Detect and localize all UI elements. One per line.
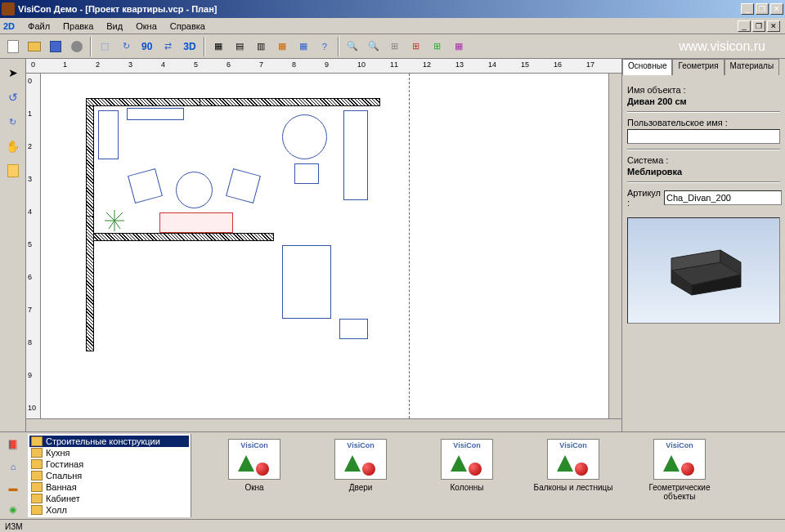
zoom-out-button[interactable]: 🔍 xyxy=(364,37,384,56)
furniture-sofa-selected[interactable] xyxy=(159,212,233,233)
tool-icon: ▥ xyxy=(257,41,265,51)
folder-icon xyxy=(31,505,43,515)
lib-item-windows[interactable]: VisiCon Окна xyxy=(209,439,299,492)
grid-icon: ▦ xyxy=(278,41,286,51)
tree-tool-d[interactable]: ◉ xyxy=(2,501,24,520)
redo-tool[interactable]: ↻ xyxy=(2,111,24,132)
close-button[interactable]: ✕ xyxy=(770,3,783,15)
save-button[interactable] xyxy=(46,37,65,56)
page-tool[interactable] xyxy=(2,160,24,181)
vertical-scrollbar[interactable] xyxy=(608,74,621,418)
tree-tool-c[interactable]: ▬ xyxy=(2,479,24,498)
tree-tool-b[interactable]: ⌂ xyxy=(2,458,24,476)
maximize-button[interactable]: ❐ xyxy=(756,3,769,15)
menu-view[interactable]: Вид xyxy=(100,20,129,33)
furniture-table[interactable] xyxy=(176,172,213,208)
snap-button[interactable]: ⊞ xyxy=(385,37,405,56)
furniture-plant[interactable] xyxy=(102,208,127,233)
user-name-label: Пользовательское имя : xyxy=(627,118,780,127)
horizontal-scrollbar[interactable] xyxy=(26,418,621,431)
select-tool-button[interactable]: ⬚ xyxy=(95,37,114,56)
article-input[interactable] xyxy=(664,190,782,205)
window-title: VisiCon Демо - [Проект квартиры.vcp - Пл… xyxy=(18,4,741,14)
ruler-tick: 10 xyxy=(357,60,366,69)
toolbar-separator xyxy=(204,37,205,56)
tool-c-button[interactable]: ▥ xyxy=(251,37,271,56)
lib-item-columns[interactable]: VisiCon Колонны xyxy=(422,439,512,492)
rotate-tool-button[interactable]: ↻ xyxy=(116,37,136,56)
furniture-bed[interactable] xyxy=(282,245,331,319)
folder-icon xyxy=(31,459,43,469)
tree-item-construction[interactable]: Строительные конструкции xyxy=(29,436,189,447)
tool-b-button[interactable]: ▤ xyxy=(230,37,249,56)
furniture-chair[interactable] xyxy=(226,168,261,203)
tree-item-office[interactable]: Кабинет xyxy=(29,493,189,504)
tab-geometry[interactable]: Геометрия xyxy=(672,59,724,75)
lib-thumb: VisiCon xyxy=(334,439,387,480)
tree-item-bathroom[interactable]: Ванная xyxy=(29,481,189,493)
mdi-minimize-button[interactable]: _ xyxy=(738,20,751,32)
tree-item-livingroom[interactable]: Гостиная xyxy=(29,458,189,470)
flip-button[interactable]: ⇄ xyxy=(158,37,177,56)
lib-item-balconies[interactable]: VisiCon Балконы и лестницы xyxy=(528,439,618,492)
menu-file[interactable]: Файл xyxy=(21,20,56,33)
statusbar: ИЗМ xyxy=(0,519,785,532)
tree-item-hall[interactable]: Холл xyxy=(29,504,189,516)
ruler-tick: 8 xyxy=(292,60,296,69)
guide-line xyxy=(409,74,410,418)
tool-a-button[interactable]: ▦ xyxy=(209,37,228,56)
ruler-tick: 4 xyxy=(28,208,32,216)
lib-item-geometry[interactable]: VisiCon Геометрические объекты xyxy=(635,439,724,501)
tree-tool-a[interactable]: 📕 xyxy=(2,436,24,454)
lib-item-doors[interactable]: VisiCon Двери xyxy=(316,439,406,492)
tool-icon: ▤ xyxy=(236,41,244,51)
user-name-input[interactable] xyxy=(627,129,780,144)
menu-edit[interactable]: Правка xyxy=(56,20,100,33)
menu-windows[interactable]: Окна xyxy=(129,20,164,33)
snap2-button[interactable]: ⊞ xyxy=(406,37,426,56)
tree-item-label: Гостиная xyxy=(46,459,83,469)
preview-3d[interactable] xyxy=(627,217,780,324)
orbit-tool[interactable]: ↺ xyxy=(2,87,24,108)
snap3-button[interactable]: ⊞ xyxy=(428,37,447,56)
ruler-tick: 13 xyxy=(455,60,464,69)
tree-item-bedroom[interactable]: Спальня xyxy=(29,470,189,481)
grid-button[interactable]: ▦ xyxy=(272,37,292,56)
furniture-cabinet[interactable] xyxy=(98,110,119,159)
minimize-button[interactable]: _ xyxy=(741,3,754,15)
furniture-chair[interactable] xyxy=(294,163,319,184)
open-button[interactable] xyxy=(25,37,44,56)
zoom-in-button[interactable]: 🔍 xyxy=(343,37,362,56)
tab-main[interactable]: Основные xyxy=(622,59,672,75)
wall[interactable] xyxy=(86,98,94,217)
cursor-tool[interactable]: ➤ xyxy=(2,62,24,83)
furniture-chair[interactable] xyxy=(128,168,163,203)
new-button[interactable] xyxy=(3,37,23,56)
category-tree[interactable]: Строительные конструкции Кухня Гостиная … xyxy=(28,434,191,517)
wall[interactable] xyxy=(86,233,274,241)
furniture-shelf[interactable] xyxy=(127,108,184,120)
mdi-restore-button[interactable]: ❐ xyxy=(752,20,765,32)
tree-item-kitchen[interactable]: Кухня xyxy=(29,447,189,458)
pan-tool[interactable]: ✋ xyxy=(2,136,24,157)
ruler-tick: 4 xyxy=(161,60,165,69)
view-mode-2d[interactable]: 2D xyxy=(3,21,15,31)
separator xyxy=(627,181,780,183)
mdi-close-button[interactable]: ✕ xyxy=(767,20,780,32)
furniture-table[interactable] xyxy=(282,114,327,159)
plan-canvas[interactable] xyxy=(41,74,608,418)
view-3d-button[interactable]: 3D xyxy=(179,37,200,56)
hatch-button[interactable]: ▦ xyxy=(449,37,469,56)
help-button[interactable]: ? xyxy=(315,37,334,56)
tab-materials[interactable]: Материалы xyxy=(724,59,780,75)
wall[interactable] xyxy=(86,98,200,106)
ruler-tick: 16 xyxy=(554,60,562,69)
rotate90-button[interactable]: 90 xyxy=(137,37,156,56)
horizontal-ruler: 0 1 2 3 4 5 6 7 8 9 10 11 12 13 14 15 16… xyxy=(26,59,621,74)
settings-button[interactable] xyxy=(67,37,87,56)
furniture-kitchen-unit[interactable] xyxy=(343,110,368,200)
watermark-url: www.visicon.ru xyxy=(679,39,765,54)
menu-help[interactable]: Справка xyxy=(164,20,212,33)
furniture-nightstand[interactable] xyxy=(339,319,368,339)
table-button[interactable]: ▦ xyxy=(294,37,313,56)
